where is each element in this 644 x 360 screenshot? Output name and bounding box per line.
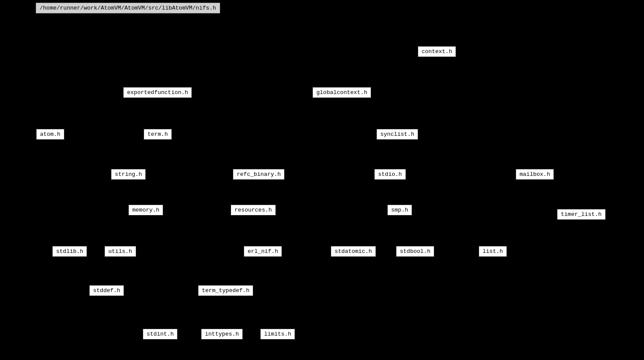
node-resources-h: resources.h — [231, 205, 276, 215]
node-synclist-h: synclist.h — [376, 129, 418, 140]
node-smp-h: smp.h — [387, 205, 412, 215]
node-utils-h: utils.h — [104, 246, 136, 257]
svg-line-47 — [253, 215, 352, 246]
svg-line-7 — [437, 57, 533, 168]
node-atom-h: atom.h — [36, 129, 64, 140]
node-memory-h: memory.h — [128, 205, 163, 215]
node-nifs-h: /home/runner/work/AtomVM/AtomVM/src/libA… — [36, 3, 220, 13]
node-term-typedef-h: term_typedef.h — [198, 285, 253, 296]
node-limits-h: limits.h — [260, 329, 295, 340]
node-context-h: context.h — [418, 46, 456, 57]
svg-line-42 — [226, 296, 276, 328]
node-stdbool-h: stdbool.h — [396, 246, 434, 257]
svg-line-2 — [128, 13, 340, 87]
svg-line-21 — [121, 140, 158, 244]
node-stdint-h: stdint.h — [143, 329, 178, 340]
node-term-h: term.h — [144, 129, 172, 140]
node-stdio-h: stdio.h — [374, 169, 406, 180]
node-globalcontext-h: globalcontext.h — [312, 87, 371, 98]
node-list-h: list.h — [479, 246, 507, 257]
node-inttypes-h: inttypes.h — [201, 329, 243, 340]
svg-line-29 — [400, 215, 491, 246]
svg-line-22 — [158, 140, 262, 245]
svg-line-15 — [50, 140, 70, 244]
node-exportedfunction-h: exportedfunction.h — [123, 87, 192, 98]
node-erl-nif-h: erl_nif.h — [244, 246, 282, 257]
node-timer-list-h: timer_list.h — [557, 209, 606, 220]
svg-line-40 — [162, 296, 226, 328]
svg-line-1 — [128, 13, 157, 85]
node-stdatomic-h: stdatomic.h — [331, 246, 376, 257]
node-stdlib-h: stdlib.h — [52, 246, 87, 257]
node-stddef-h: stddef.h — [89, 285, 124, 296]
svg-line-12 — [260, 98, 342, 168]
svg-line-31 — [121, 215, 146, 245]
svg-line-32 — [146, 215, 224, 284]
svg-line-36 — [107, 257, 121, 283]
svg-line-4 — [51, 13, 128, 128]
svg-line-24 — [494, 180, 535, 245]
svg-line-33 — [146, 215, 160, 327]
svg-line-11 — [159, 98, 342, 128]
node-string-h: string.h — [111, 169, 146, 180]
svg-line-25 — [254, 180, 259, 203]
node-mailbox-h: mailbox.h — [516, 169, 554, 180]
svg-line-46 — [70, 257, 105, 284]
svg-line-16 — [50, 140, 127, 168]
svg-line-41 — [222, 296, 225, 327]
node-refc-binary-h: refc_binary.h — [233, 169, 285, 180]
svg-line-27 — [355, 215, 399, 245]
